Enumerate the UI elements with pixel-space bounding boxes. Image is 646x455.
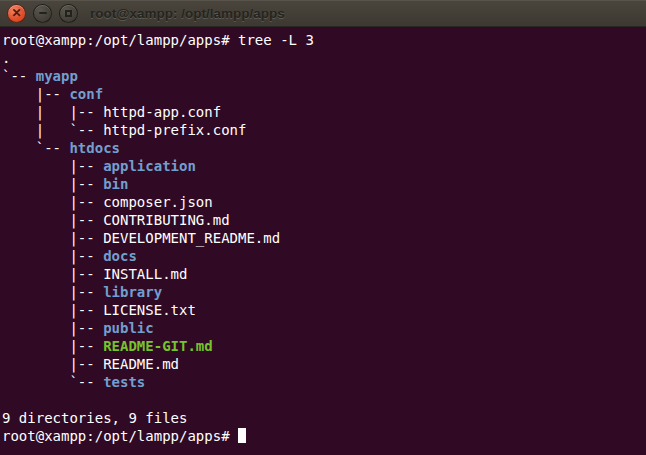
terminal-line: | |-- httpd-app.conf [2, 103, 646, 121]
terminal-line: `-- tests [2, 373, 646, 391]
terminal-text: |-- [2, 284, 103, 300]
maximize-icon [65, 10, 72, 17]
terminal-line: |-- README-GIT.md [2, 337, 646, 355]
directory-name: library [103, 284, 162, 300]
terminal-line: |-- INSTALL.md [2, 265, 646, 283]
minimize-icon [39, 12, 47, 14]
terminal-line: |-- docs [2, 247, 646, 265]
terminal-line: |-- conf [2, 85, 646, 103]
terminal-line: `-- htdocs [2, 139, 646, 157]
terminal-text: `-- [2, 140, 69, 156]
directory-name: myapp [36, 68, 78, 84]
terminal-text: |-- [2, 86, 69, 102]
terminal-line: . [2, 49, 646, 67]
terminal-text: |-- [2, 320, 103, 336]
close-button[interactable]: ✕ [7, 4, 26, 23]
minimize-button[interactable] [33, 4, 52, 23]
cursor [238, 428, 246, 443]
terminal-window: ✕ root@xampp: /opt/lampp/apps root@xampp… [0, 0, 646, 455]
titlebar[interactable]: ✕ root@xampp: /opt/lampp/apps [0, 0, 646, 27]
terminal-text: |-- DEVELOPMENT_README.md [2, 230, 280, 246]
terminal-screen[interactable]: root@xampp:/opt/lampp/apps# tree -L 3.`-… [0, 27, 646, 455]
terminal-text: |-- [2, 248, 103, 264]
directory-name: public [103, 320, 154, 336]
terminal-line: | `-- httpd-prefix.conf [2, 121, 646, 139]
terminal-text: |-- [2, 158, 103, 174]
executable-name: README-GIT.md [103, 338, 213, 354]
directory-name: tests [103, 374, 145, 390]
terminal-text: |-- LICENSE.txt [2, 302, 196, 318]
directory-name: application [103, 158, 196, 174]
terminal-line: root@xampp:/opt/lampp/apps# tree -L 3 [2, 31, 646, 49]
terminal-text: . [2, 50, 10, 66]
terminal-line [2, 391, 646, 409]
terminal-text: |-- [2, 338, 103, 354]
terminal-line: |-- library [2, 283, 646, 301]
terminal-text: |-- CONTRIBUTING.md [2, 212, 230, 228]
terminal-text: |-- composer.json [2, 194, 213, 210]
terminal-text: |-- [2, 176, 103, 192]
terminal-line: root@xampp:/opt/lampp/apps# [2, 427, 646, 445]
terminal-line: |-- LICENSE.txt [2, 301, 646, 319]
terminal-text: |-- INSTALL.md [2, 266, 187, 282]
terminal-line: |-- composer.json [2, 193, 646, 211]
directory-name: htdocs [69, 140, 120, 156]
terminal-text: | `-- httpd-prefix.conf [2, 122, 246, 138]
terminal-line: |-- bin [2, 175, 646, 193]
terminal-line: `-- myapp [2, 67, 646, 85]
close-icon: ✕ [11, 7, 21, 19]
terminal-text: | |-- httpd-app.conf [2, 104, 221, 120]
terminal-line: |-- CONTRIBUTING.md [2, 211, 646, 229]
directory-name: bin [103, 176, 128, 192]
terminal-line: |-- DEVELOPMENT_README.md [2, 229, 646, 247]
terminal-text: |-- README.md [2, 356, 179, 372]
terminal-line: |-- public [2, 319, 646, 337]
maximize-button[interactable] [59, 4, 78, 23]
terminal-text: `-- [2, 374, 103, 390]
terminal-text: `-- [2, 68, 36, 84]
directory-name: docs [103, 248, 137, 264]
terminal-line: 9 directories, 9 files [2, 409, 646, 427]
terminal-text: root@xampp:/opt/lampp/apps# [2, 428, 238, 444]
terminal-line: |-- README.md [2, 355, 646, 373]
terminal-line: |-- application [2, 157, 646, 175]
terminal-text: root@xampp:/opt/lampp/apps# tree -L 3 [2, 32, 314, 48]
window-title: root@xampp: /opt/lampp/apps [90, 6, 285, 21]
directory-name: conf [69, 86, 103, 102]
terminal-output: root@xampp:/opt/lampp/apps# tree -L 3.`-… [2, 31, 646, 445]
terminal-text: 9 directories, 9 files [2, 410, 187, 426]
